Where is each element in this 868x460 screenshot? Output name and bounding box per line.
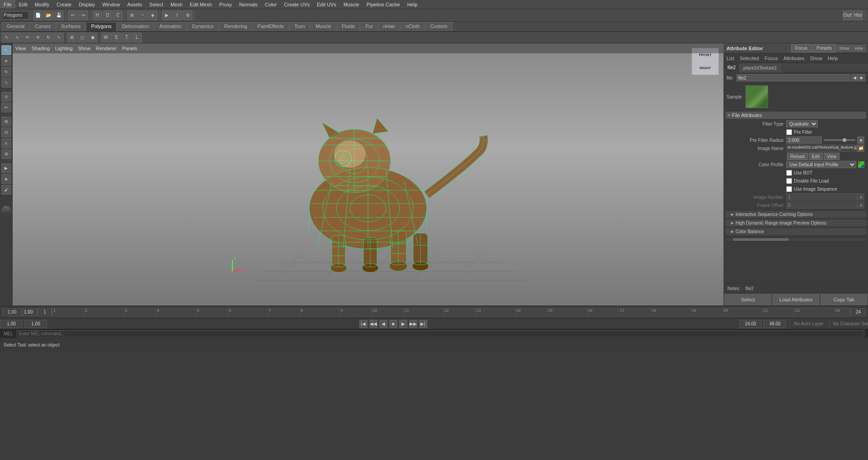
vp-menu-view[interactable]: View [15,46,26,51]
frame-start-input[interactable] [2,308,22,316]
tab-fur[interactable]: Fur [360,22,378,31]
play-fwd-btn[interactable]: ▶ [399,320,407,328]
hypershade-btn[interactable]: ◈ [1,174,11,184]
use-image-sequence-checkbox[interactable] [786,186,792,192]
vp-menu-renderer[interactable]: Renderer [96,46,117,51]
attr-nav-attributes[interactable]: Attributes [783,56,804,61]
attr-tab-place2d[interactable]: place2dTexture2 [740,63,780,72]
mel-input[interactable] [17,330,864,338]
soft-mod-tool[interactable]: ⊙ [1,92,11,102]
attr-nav-show[interactable]: Show [810,56,822,61]
snap-point-btn[interactable]: ◈ [148,10,158,20]
vp-menu-panels[interactable]: Panels [122,46,137,51]
step-fwd-btn[interactable]: ▶▶ [409,320,417,328]
attr-tab-file2[interactable]: file2 [724,63,740,72]
menu-display[interactable]: Display [75,0,99,9]
step-back-btn[interactable]: ◀◀ [369,320,377,328]
outliner-btn[interactable]: Out! [843,10,853,20]
snap-together-btn[interactable]: ◻ [77,33,87,42]
select-tool[interactable]: ↖ [1,45,11,55]
edit-btn[interactable]: Edit [809,153,823,160]
attr-focus-btn[interactable]: Focus [791,44,811,52]
snap-grid-btn[interactable]: ⊞ [127,10,137,20]
show-grid-btn[interactable]: ⊞ [67,33,77,42]
color-balance-header[interactable]: ▶ Color Balance [726,228,866,235]
image-number-input[interactable] [786,193,857,201]
menu-file[interactable]: File [0,0,15,9]
menu-modify[interactable]: Modify [31,0,53,9]
soft-select-btn[interactable]: ◉ [88,33,98,42]
select-by-component-btn[interactable]: C [113,10,123,20]
sculpt-tool[interactable]: ✏ [1,103,11,113]
render-settings-btn[interactable]: ⚙ [183,10,193,20]
scale-tool[interactable]: ⤡ [1,78,11,88]
attr-show-btn[interactable]: Show [837,45,852,52]
frame-offset-map[interactable]: ◈ [857,202,864,209]
color-profile-select[interactable]: Use Default Input Profile [786,161,856,168]
disable-file-load-checkbox[interactable] [786,178,792,184]
menu-help[interactable]: Help [404,0,421,9]
menu-assets[interactable]: Assets [123,0,146,9]
frame-offset-input[interactable] [786,202,857,209]
vp-menu-lighting[interactable]: Lighting [55,46,73,51]
menu-normals[interactable]: Normals [236,0,261,9]
browse-image-btn[interactable]: 📁 [857,145,864,152]
tool-settings-btn[interactable]: ⚙ [1,149,11,159]
smooth-shade-btn[interactable]: S [111,33,121,42]
playback-range-end[interactable] [764,320,786,328]
stop-btn[interactable]: ■ [389,320,397,328]
playback-start-time[interactable] [0,320,23,328]
snap-curve-btn[interactable]: ~ [137,10,147,20]
tab-fluids[interactable]: Fluids [337,22,360,31]
interactive-section-header[interactable]: ▶ Interactive Sequence Caching Options [726,211,866,218]
new-scene-btn[interactable]: 📄 [33,10,43,20]
select-by-hierarchy-btn[interactable]: H [92,10,102,20]
select-btn[interactable]: Select [725,294,771,305]
tab-painteffects[interactable]: PaintEffects [253,22,289,31]
select-by-object-btn[interactable]: O [103,10,113,20]
redo-btn[interactable]: ↪ [78,10,88,20]
use-bot-checkbox[interactable] [786,170,792,176]
ipr-btn[interactable]: I [172,10,182,20]
attr-editor-btn[interactable]: A [1,138,11,148]
menu-select[interactable]: Select [146,0,167,9]
history-btn[interactable]: Hist [853,10,863,20]
tab-dynamics[interactable]: Dynamics [187,22,219,31]
vp-menu-show[interactable]: Show [78,46,91,51]
view-btn[interactable]: View [824,153,840,160]
move-tool-btn[interactable]: ✛ [33,33,43,42]
tab-general[interactable]: General [2,22,29,31]
render-view-btn[interactable]: ▶ [1,163,11,173]
hdr-section-header[interactable]: ▶ High Dynamic Range Image Preview Optio… [726,220,866,226]
file-nav-next[interactable]: ▶ [858,74,865,81]
attr-content[interactable]: ▼ File Attributes Filter Type Quadratic … [724,110,868,283]
image-number-map[interactable]: ◈ [857,193,864,201]
viewport[interactable]: View Shading Lighting Show Renderer Pane… [13,43,723,305]
move-tool[interactable]: ✛ [1,56,11,66]
tab-deformation[interactable]: Deformation [117,22,154,31]
menu-proxy[interactable]: Proxy [216,0,236,9]
attr-nav-list[interactable]: List [726,56,734,61]
lighting-btn[interactable]: L [132,33,142,42]
save-scene-btn[interactable]: 💾 [54,10,64,20]
menu-mesh[interactable]: Mesh [167,0,186,9]
undo-btn[interactable]: ↩ [68,10,78,20]
jump-end-btn[interactable]: ▶| [419,320,427,328]
menu-create-uvs[interactable]: Create UVs [280,0,313,9]
attr-nav-help[interactable]: Help [828,56,838,61]
frame-end-marker[interactable] [850,308,866,316]
tab-nhair[interactable]: nHair [378,22,400,31]
load-attrs-btn[interactable]: Load Attributes [773,294,819,305]
attr-nav-selected[interactable]: Selected [740,56,759,61]
rotate-tool[interactable]: ↻ [1,67,11,77]
reload-btn[interactable]: Reload [787,153,808,160]
tab-rendering[interactable]: Rendering [219,22,252,31]
pre-filter-radius-input[interactable] [786,136,822,144]
menu-color[interactable]: Color [261,0,280,9]
pre-filter-slider[interactable] [824,139,856,141]
copy-tab-btn[interactable]: Copy Tab [821,294,867,305]
frame-current-input[interactable] [22,308,38,316]
tab-surfaces[interactable]: Surfaces [56,22,85,31]
workspace-input[interactable] [2,11,29,19]
file-name-input[interactable] [736,74,850,81]
